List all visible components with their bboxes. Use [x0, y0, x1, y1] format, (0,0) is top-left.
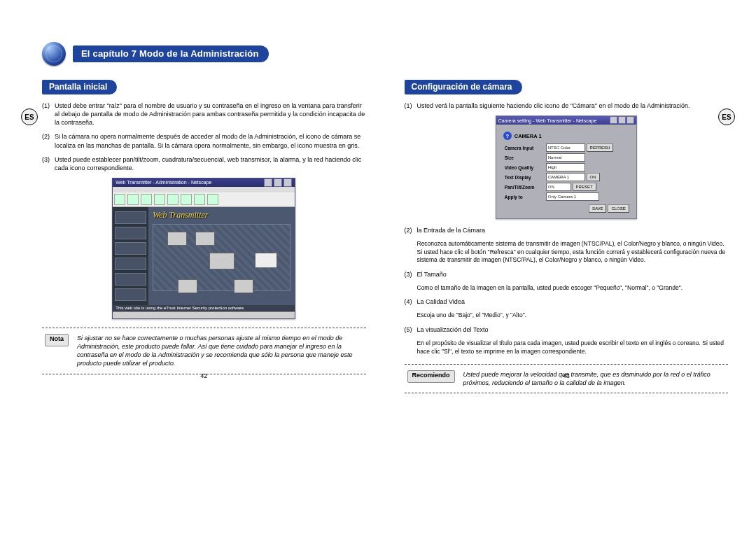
item-title: La visualización del Texto [417, 326, 489, 333]
sidebar [113, 207, 148, 305]
item-desc: Como el tamaño de la imagen en la pantal… [405, 284, 729, 292]
item-title: La Calidad Videa [417, 298, 465, 305]
recommend-label: Recomiendo [407, 370, 455, 383]
item-num: (2) [42, 132, 55, 149]
row-label: Video Quality [503, 162, 545, 172]
item-text: Usted verá la pantalla siguiente haciend… [417, 101, 729, 110]
banner-text: Web Transmitter [153, 210, 208, 220]
screenshot-camera-settings: Camera setting - Web Transmitter - Netsc… [496, 115, 637, 219]
item-text: Usted debe entrar "raíz" para el nombre … [55, 101, 366, 127]
item-title: la Entrada de la Cámara [417, 227, 486, 234]
screenshot-admin-window: Web Transmitter - Administration - Netsc… [112, 178, 295, 319]
row-label: Camera Input [503, 143, 545, 153]
note-text: Si ajustar no se hace correctamente o mu… [77, 334, 363, 368]
item-num: (3) [42, 155, 55, 172]
ptz-select[interactable]: ON [546, 183, 571, 191]
camera-input-field[interactable]: NTSC Color [546, 143, 585, 152]
list-item: (4) La Calidad Videa [405, 297, 729, 306]
window-titlebar: Camera setting - Web Transmitter - Netsc… [496, 116, 636, 125]
left-page: Pantalla inicial (1) Usted debe entrar "… [42, 80, 366, 414]
list-item: (5) La visualización del Texto [405, 325, 729, 334]
item-text: Si la cámara no opera normalmente despué… [55, 132, 366, 149]
section-title-right: Configuración de cámara [405, 80, 522, 94]
window-controls [264, 178, 292, 187]
item-text: Usted puede establecer pan/tilt/zoom, cu… [55, 155, 366, 172]
quality-select[interactable]: High [546, 163, 585, 171]
language-badge-left: ES [21, 108, 38, 125]
save-button[interactable]: SAVE [589, 204, 607, 213]
camera-heading-text: CAMERA 1 [514, 133, 542, 139]
list-item: (3) El Tamaño [405, 270, 729, 279]
item-desc: Escoja uno de "Bajo", el "Medio", y "Alt… [405, 311, 729, 319]
toolbar [113, 192, 295, 207]
note-box: Nota Si ajustar no se hace correctamente… [42, 328, 366, 374]
page-number-right: 43 [563, 372, 570, 379]
list-item: (1) Usted verá la pantalla siguiente hac… [405, 101, 729, 110]
taskbar [113, 311, 295, 318]
item-num: (5) [405, 325, 417, 334]
chapter-title: El capítulo 7 Modo de la Administración [73, 45, 269, 62]
apply-select[interactable]: Only Camera 1 [546, 192, 599, 201]
help-icon: ? [503, 132, 512, 140]
item-num: (4) [405, 297, 417, 306]
refresh-button[interactable]: REFRESH [587, 143, 614, 152]
row-label: Size [503, 153, 545, 162]
list-item: (3) Usted puede establecer pan/tilt/zoom… [42, 155, 366, 172]
page-number-left: 42 [200, 372, 207, 379]
recommend-text: Usted puede mejorar la velocidad que tra… [463, 370, 725, 387]
item-num: (2) [405, 226, 417, 234]
right-page: Configuración de cámara (1) Usted verá l… [405, 80, 729, 414]
window-title: Web Transmitter - Administration - Netsc… [115, 180, 211, 185]
item-title: El Tamaño [417, 271, 447, 278]
row-label: Pan/Tilt/Zoom [503, 182, 545, 192]
list-item: (2) Si la cámara no opera normalmente de… [42, 132, 366, 149]
item-num: (1) [42, 101, 55, 127]
list-item: (1) Usted debe entrar "raíz" para el nom… [42, 101, 366, 127]
menubar [113, 187, 295, 192]
text-display-field[interactable]: CAMERA 1 [546, 173, 585, 181]
list-item: (2) la Entrada de la Cámara [405, 226, 729, 234]
text-on-button[interactable]: ON [587, 173, 600, 181]
row-label: Apply to [503, 192, 545, 202]
preset-button[interactable]: PRESET [573, 183, 596, 191]
item-num: (3) [405, 270, 417, 279]
item-desc: Reconozca automáticamente sistema de tra… [405, 240, 729, 264]
item-num: (1) [405, 101, 417, 110]
row-label: Text Display [503, 172, 545, 182]
main-canvas: Web Transmitter [148, 207, 295, 305]
section-title-left: Pantalla inicial [42, 80, 117, 94]
note-label: Nota [45, 334, 69, 346]
status-bar: This web site is using the eTrust Intern… [113, 305, 295, 311]
settings-table: Camera Input NTSC Color REFRESH Size Nor… [503, 143, 629, 202]
item-desc: En el propósito de visualizar el título … [405, 339, 729, 356]
window-titlebar: Web Transmitter - Administration - Netsc… [113, 178, 295, 187]
window-controls [609, 116, 634, 125]
size-select[interactable]: Normal [546, 153, 585, 162]
globe-icon [42, 42, 66, 66]
close-button[interactable]: CLOSE [608, 204, 629, 213]
camera-heading: ? CAMERA 1 [503, 132, 629, 140]
window-title: Camera setting - Web Transmitter - Netsc… [498, 118, 597, 123]
